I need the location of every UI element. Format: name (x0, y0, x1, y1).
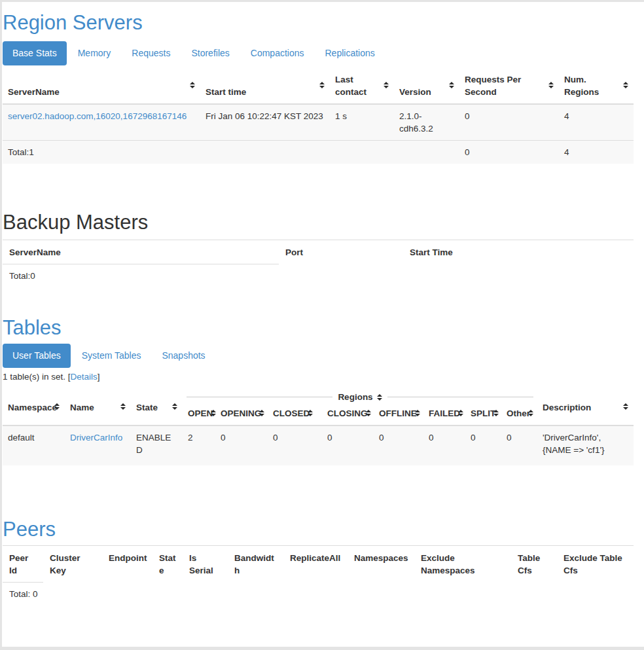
col-failed[interactable]: FAILED (423, 405, 465, 425)
sort-icon[interactable] (528, 410, 533, 416)
col-group-regions[interactable]: Regions (183, 389, 537, 405)
tables-section: Tables User Tables System Tables Snapsho… (3, 316, 634, 465)
col-exclude-namespaces: Exclude Namespaces (414, 546, 511, 583)
col-cluster-key: Cluster Key (43, 546, 102, 583)
cell-num-regions: 4 (559, 104, 634, 141)
col-other[interactable]: Other (501, 405, 537, 425)
peers-table: Peer Id Cluster Key Endpoint State Is Se… (3, 545, 634, 605)
cell-state: ENABLED (131, 425, 183, 465)
tables-tabs: User Tables System Tables Snapshots (3, 344, 634, 368)
col-num-regions[interactable]: Num. Regions (559, 68, 634, 104)
sort-icon[interactable] (377, 394, 382, 401)
backup-masters-header-row: ServerName Port Start Time (3, 240, 634, 264)
cell-servername: server02.hadoop.com,16020,1672968167146 (3, 104, 200, 141)
cell-last-contact: 1 s (330, 104, 394, 141)
col-state: State (152, 546, 183, 583)
col-last-contact[interactable]: Last contact (330, 68, 394, 104)
col-closing[interactable]: CLOSING (322, 405, 374, 425)
col-namespaces: Namespaces (348, 546, 414, 583)
col-start-time: Start Time (403, 240, 634, 264)
peers-section: Peers Peer Id Cluster Key Endpoint State… (3, 518, 634, 605)
col-table-cfs: Table Cfs (511, 546, 557, 583)
total-row: Total:1 0 4 (3, 141, 634, 164)
tab-storefiles[interactable]: Storefiles (181, 41, 239, 65)
sort-icon[interactable] (172, 403, 177, 410)
cell-closing: 0 (322, 425, 374, 465)
col-split[interactable]: SPLIT (465, 405, 501, 425)
cell-offline: 0 (374, 425, 423, 465)
tab-snapshots[interactable]: Snapshots (152, 344, 215, 368)
cell-total-label: Total:0 (3, 264, 279, 288)
col-servername: ServerName (3, 240, 279, 264)
cell-total-rps: 0 (459, 141, 559, 164)
tab-memory[interactable]: Memory (68, 41, 121, 65)
col-offline[interactable]: OFFLINE (374, 405, 423, 425)
sort-icon[interactable] (449, 82, 454, 88)
sort-icon[interactable] (120, 403, 126, 410)
col-namespace[interactable]: Namespace (3, 389, 65, 425)
cell-split: 0 (465, 425, 501, 465)
col-version[interactable]: Version (394, 68, 459, 104)
cell-total-label: Total:1 (3, 141, 200, 164)
col-replicate-all: ReplicateAll (283, 546, 348, 583)
sort-icon[interactable] (623, 82, 628, 88)
sort-icon[interactable] (366, 410, 371, 416)
hbase-master-status-page: { "colors": { "accent": "#428bca", "head… (0, 0, 644, 650)
cell-other: 0 (501, 425, 537, 465)
col-state[interactable]: State (131, 389, 183, 425)
backup-masters-heading: Backup Masters (3, 211, 634, 234)
cell-failed: 0 (423, 425, 465, 465)
tab-base-stats[interactable]: Base Stats (3, 41, 67, 65)
col-requests-per-second[interactable]: Requests Per Second (459, 68, 559, 104)
region-servers-heading: Region Servers (3, 11, 634, 35)
cell-total-regions: 4 (559, 141, 634, 164)
sort-icon[interactable] (548, 82, 554, 88)
sort-icon[interactable] (259, 410, 264, 416)
sort-icon[interactable] (308, 410, 313, 416)
region-servers-tabs: Base Stats Memory Requests Storefiles Co… (3, 41, 634, 65)
cell-open: 2 (183, 425, 215, 465)
col-peer-id: Peer Id (3, 546, 43, 583)
tab-replications[interactable]: Replications (315, 41, 384, 65)
sort-icon[interactable] (211, 410, 216, 416)
sort-icon[interactable] (458, 410, 463, 416)
user-tables-group-header-row: Namespace Name State Regions Description (3, 389, 634, 405)
sort-icon[interactable] (190, 82, 195, 88)
col-bandwidth: Bandwidth (228, 546, 283, 583)
col-endpoint: Endpoint (102, 546, 152, 583)
table-link[interactable]: DriverCarInfo (70, 433, 122, 442)
cell-name: DriverCarInfo (65, 425, 131, 465)
col-opening[interactable]: OPENING (215, 405, 268, 425)
total-row: Total:0 (3, 264, 634, 288)
sort-icon[interactable] (54, 403, 60, 410)
tables-summary: 1 table(s) in set. [Details] (3, 371, 634, 383)
sort-icon[interactable] (319, 82, 325, 88)
tab-requests[interactable]: Requests (122, 41, 180, 65)
cell-opening: 0 (215, 425, 268, 465)
col-name[interactable]: Name (65, 389, 131, 425)
region-server-link[interactable]: server02.hadoop.com,16020,1672968167146 (8, 111, 187, 121)
backup-masters-section: Backup Masters ServerName Port Start Tim… (3, 211, 634, 287)
col-servername[interactable]: ServerName (3, 68, 200, 104)
cell-closed: 0 (268, 425, 322, 465)
backup-masters-table: ServerName Port Start Time Total:0 (3, 240, 634, 287)
sort-icon[interactable] (493, 410, 499, 416)
sort-icon[interactable] (384, 82, 389, 88)
details-link[interactable]: Details (71, 372, 98, 382)
tab-system-tables[interactable]: System Tables (72, 344, 151, 368)
table-row: default DriverCarInfo ENABLED 2 0 0 0 0 … (3, 425, 634, 465)
tab-compactions[interactable]: Compactions (241, 41, 314, 65)
col-closed[interactable]: CLOSED (268, 405, 322, 425)
total-row: Total: 0 (3, 583, 634, 606)
sort-icon[interactable] (623, 403, 628, 410)
col-exclude-table-cfs: Exclude Table Cfs (557, 546, 634, 583)
col-open[interactable]: OPEN (183, 405, 215, 425)
sort-icon[interactable] (415, 410, 420, 416)
col-description[interactable]: Description (537, 389, 634, 425)
col-start-time[interactable]: Start time (200, 68, 330, 104)
cell-total-label: Total: 0 (3, 583, 43, 606)
window-edge-left (0, 0, 2, 650)
tab-user-tables[interactable]: User Tables (3, 344, 71, 368)
tables-heading: Tables (3, 316, 634, 340)
cell-start-time: Fri Jan 06 10:22:47 KST 2023 (200, 104, 330, 141)
